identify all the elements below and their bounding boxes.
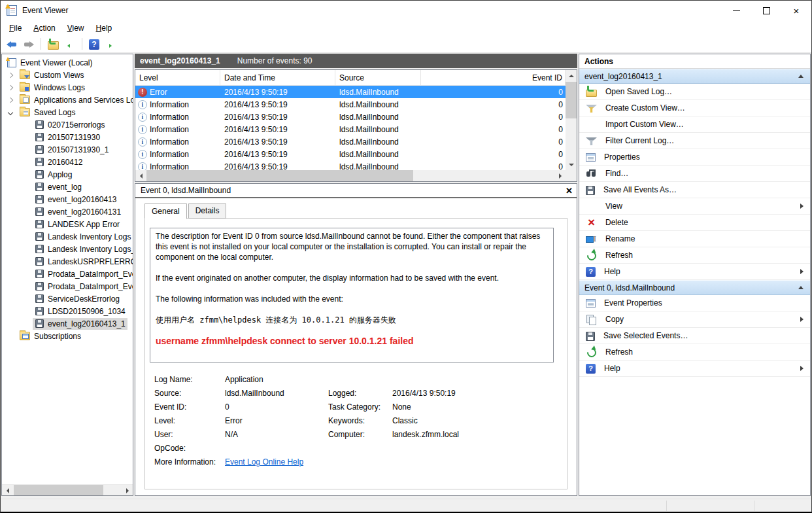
tree-item[interactable]: Event Viewer (Local) bbox=[2, 56, 133, 69]
tab-general[interactable]: General bbox=[144, 203, 187, 219]
list-horizontal-scrollbar[interactable] bbox=[135, 170, 566, 181]
event-description[interactable]: The description for Event ID 0 from sour… bbox=[150, 228, 554, 363]
menu-item[interactable]: Action bbox=[27, 22, 61, 35]
collapse-icon[interactable] bbox=[798, 75, 804, 78]
chevron-icon[interactable] bbox=[8, 84, 13, 90]
toolbar-button-icon[interactable] bbox=[38, 37, 44, 51]
tree-item[interactable]: 201507131930 bbox=[2, 131, 133, 143]
tree-item[interactable]: Subscriptions bbox=[2, 330, 133, 342]
scroll-down-icon[interactable] bbox=[566, 159, 577, 170]
datetime-cell: 2016/4/13 9:50:19 bbox=[220, 125, 335, 134]
tree-item[interactable]: Saved Logs bbox=[2, 106, 133, 118]
action-item[interactable]: Import Custom View… bbox=[579, 116, 810, 133]
action-item[interactable]: Refresh bbox=[579, 247, 810, 264]
column-header-level[interactable]: Level bbox=[135, 70, 220, 85]
tree-item[interactable]: event_log bbox=[2, 181, 133, 193]
action-item[interactable]: Properties bbox=[579, 149, 810, 166]
tree-item[interactable]: Landesk Inventory Logs_ bbox=[2, 243, 133, 255]
tree-item[interactable]: Windows Logs bbox=[2, 81, 133, 94]
minimize-button[interactable] bbox=[721, 1, 751, 20]
scroll-right-icon[interactable] bbox=[122, 485, 133, 496]
list-vertical-scrollbar[interactable] bbox=[566, 70, 577, 170]
event-row[interactable]: Information 2016/4/13 9:50:19 ldsd.MailI… bbox=[135, 111, 566, 123]
tree-item[interactable]: 201507131930_1 bbox=[2, 143, 133, 156]
actions-section-header-log[interactable]: event_log20160413_1 bbox=[579, 69, 810, 84]
event-row[interactable]: Information 2016/4/13 9:50:19 ldsd.MailI… bbox=[135, 123, 566, 135]
tree-item[interactable]: Prodata_DataImport_Eve bbox=[2, 268, 133, 280]
tree-item-label: Custom Views bbox=[34, 71, 84, 80]
tree-item[interactable]: 020715errorlogs bbox=[2, 118, 133, 131]
chevron-icon[interactable] bbox=[8, 97, 13, 102]
tree-item-icon bbox=[20, 108, 30, 116]
scroll-left-icon[interactable] bbox=[135, 170, 146, 181]
tree-item[interactable]: event_log20160413 bbox=[2, 193, 133, 205]
action-item[interactable]: Filter Current Log… bbox=[579, 133, 810, 149]
action-item[interactable]: Save All Events As… bbox=[579, 182, 810, 198]
toolbar-button-icon[interactable] bbox=[45, 37, 61, 51]
event-row[interactable]: Information 2016/4/13 9:50:19 ldsd.MailI… bbox=[135, 98, 566, 111]
tree-item[interactable]: Applications and Services Lo bbox=[2, 94, 133, 106]
toolbar-button-icon[interactable] bbox=[86, 37, 102, 51]
chevron-icon[interactable] bbox=[8, 72, 13, 77]
column-header-event-id[interactable]: Event ID bbox=[439, 70, 566, 85]
close-detail-icon[interactable]: ✕ bbox=[566, 186, 573, 195]
tree-item[interactable]: LandeskUSRPRFLERROR bbox=[2, 255, 133, 268]
menu-item[interactable]: File bbox=[3, 22, 27, 35]
collapse-icon[interactable] bbox=[798, 286, 804, 289]
column-header-source[interactable]: Source bbox=[335, 70, 421, 85]
tree-item[interactable]: Landesk Inventory Logs bbox=[2, 230, 133, 243]
action-item[interactable]: View bbox=[579, 198, 810, 215]
menu-item[interactable]: Help bbox=[90, 22, 118, 35]
tree-horizontal-scrollbar[interactable] bbox=[2, 484, 133, 495]
toolbar-button-icon[interactable] bbox=[4, 37, 20, 51]
toolbar-button-icon[interactable] bbox=[103, 37, 119, 51]
action-icon bbox=[586, 267, 596, 277]
tree-item[interactable]: ServiceDeskErrorlog bbox=[2, 292, 133, 305]
event-row[interactable]: Information 2016/4/13 9:50:19 ldsd.MailI… bbox=[135, 160, 566, 170]
action-item[interactable]: Help bbox=[579, 264, 810, 280]
action-item[interactable]: Open Saved Log… bbox=[579, 84, 810, 100]
event-row[interactable]: Information 2016/4/13 9:50:19 ldsd.MailI… bbox=[135, 135, 566, 148]
tree-item[interactable]: event_log201604131 bbox=[2, 205, 133, 218]
menu-item[interactable]: View bbox=[61, 22, 90, 35]
actions-title: Actions bbox=[579, 54, 810, 69]
action-item[interactable]: Copy bbox=[579, 311, 810, 328]
scrollbar-thumb[interactable] bbox=[146, 170, 413, 181]
toolbar-button-icon[interactable] bbox=[62, 37, 78, 51]
toolbar-button-icon[interactable] bbox=[21, 37, 37, 51]
scroll-right-icon[interactable] bbox=[554, 170, 566, 181]
tree-item[interactable]: Prodata_DataImport_Eve bbox=[2, 280, 133, 292]
tree-item[interactable]: LDSD20150906_1034 bbox=[2, 305, 133, 317]
action-item[interactable]: Rename bbox=[579, 231, 810, 247]
column-header-date[interactable]: Date and Time bbox=[220, 70, 335, 85]
tree-item[interactable]: 20160412 bbox=[2, 156, 133, 168]
event-row[interactable]: Information 2016/4/13 9:50:19 ldsd.MailI… bbox=[135, 148, 566, 160]
tab-details[interactable]: Details bbox=[188, 203, 227, 219]
actions-section-header-event[interactable]: Event 0, ldsd.MailInbound bbox=[579, 280, 810, 295]
maximize-button[interactable] bbox=[751, 1, 781, 20]
action-item[interactable]: Create Custom View… bbox=[579, 100, 810, 116]
action-label: Help bbox=[604, 267, 620, 276]
action-item[interactable]: Find… bbox=[579, 166, 810, 182]
tree-item[interactable]: event_log20160413_1 bbox=[2, 317, 133, 330]
console-tree-pane: Event Viewer (Local) Custom Views bbox=[1, 54, 133, 496]
tree-item-icon bbox=[35, 319, 44, 328]
scrollbar-thumb[interactable] bbox=[566, 82, 577, 118]
toolbar-button-icon[interactable] bbox=[79, 37, 85, 51]
scroll-left-icon[interactable] bbox=[2, 485, 13, 496]
action-item[interactable]: Refresh bbox=[579, 344, 810, 361]
action-item[interactable]: Event Properties bbox=[579, 295, 810, 311]
action-item[interactable]: Help bbox=[579, 361, 810, 377]
tree-item[interactable]: Custom Views bbox=[2, 69, 133, 81]
scroll-up-icon[interactable] bbox=[566, 70, 577, 81]
event-row[interactable]: Error 2016/4/13 9:50:19 ldsd.MailInbound… bbox=[135, 86, 566, 98]
action-item[interactable]: Delete bbox=[579, 215, 810, 231]
description-paragraph: The description for Event ID 0 from sour… bbox=[156, 231, 548, 262]
close-button[interactable]: × bbox=[781, 1, 811, 20]
column-headers: Level Date and Time Source Event ID bbox=[135, 70, 577, 86]
tree-item[interactable]: LANDESK App Error bbox=[2, 218, 133, 230]
action-item[interactable]: Save Selected Events… bbox=[579, 328, 810, 344]
chevron-icon[interactable] bbox=[8, 109, 13, 115]
tree-item[interactable]: Applog bbox=[2, 168, 133, 181]
scrollbar-thumb[interactable] bbox=[14, 485, 103, 496]
